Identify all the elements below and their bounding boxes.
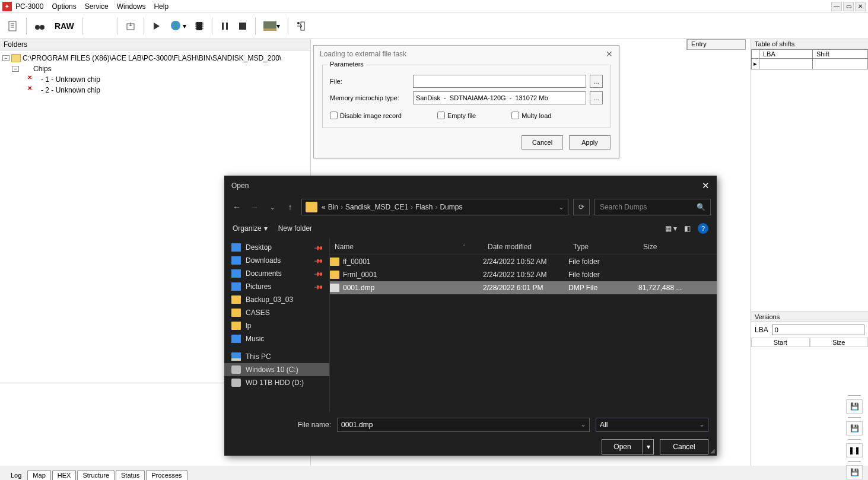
svg-rect-10 xyxy=(263,28,276,31)
tab-hex[interactable]: HEX xyxy=(52,470,77,480)
tab-map[interactable]: Map xyxy=(27,470,50,480)
new-folder-button[interactable]: New folder xyxy=(278,224,312,233)
view-icon[interactable]: ▦ ▾ xyxy=(665,224,677,233)
minimize-button[interactable]: — xyxy=(831,2,842,11)
search-input[interactable]: Search Dumps 🔍 xyxy=(594,199,711,215)
menu-windows[interactable]: Windows xyxy=(117,2,146,11)
pin-icon: 📌 xyxy=(314,243,323,252)
pause-icon[interactable] xyxy=(217,17,233,35)
versions-col-size[interactable]: Size xyxy=(810,338,869,347)
stop-icon[interactable] xyxy=(235,17,250,35)
sidebar-item[interactable]: lp xyxy=(224,319,329,332)
file-row[interactable]: ff_000012/24/2022 10:52 AMFile folder xyxy=(330,255,717,268)
chip-icon[interactable] xyxy=(192,17,207,35)
sidebar-item[interactable]: Desktop📌 xyxy=(224,241,329,254)
open-button[interactable]: Open xyxy=(602,439,643,454)
up-icon[interactable]: ↑ xyxy=(284,202,297,212)
drive-icon xyxy=(231,365,241,374)
maximize-button[interactable]: ▭ xyxy=(843,2,854,11)
filter-select[interactable] xyxy=(596,418,708,432)
close-button[interactable]: ✕ xyxy=(855,2,866,11)
shifts-col-lba[interactable]: LBA xyxy=(759,50,813,59)
tree-chip-1[interactable]: ✕ - 1 - Unknown chip xyxy=(2,74,308,85)
sidebar-item[interactable]: Pictures📌 xyxy=(224,280,329,293)
save-disk-icon[interactable]: 💾 xyxy=(846,399,863,414)
back-icon[interactable]: ← xyxy=(230,202,243,212)
folder-icon xyxy=(306,202,317,212)
menu-help[interactable]: Help xyxy=(154,2,168,11)
loading-dialog-close-icon[interactable]: ✕ xyxy=(606,49,613,59)
sidebar-item[interactable]: Music xyxy=(224,332,329,345)
open-dialog-title: Open xyxy=(231,182,249,190)
refresh-icon[interactable]: ⟳ xyxy=(573,199,590,215)
mem-type-input[interactable] xyxy=(413,91,586,104)
file-browse-button[interactable]: … xyxy=(590,75,603,88)
save-disk-icon-2[interactable]: 💾 xyxy=(846,421,863,436)
file-row[interactable]: 0001.dmp2/28/2022 6:01 PMDMP File81,727,… xyxy=(330,281,717,294)
col-type[interactable]: Type xyxy=(568,243,638,251)
tree-root[interactable]: − C:\PROGRAM FILES (X86)\ACE LAB\PC-3000… xyxy=(2,53,308,63)
versions-header: Versions xyxy=(751,312,868,322)
tree-chip-2[interactable]: ✕ - 2 - Unknown chip xyxy=(2,85,308,96)
folder-open-icon xyxy=(11,54,21,62)
menu-service[interactable]: Service xyxy=(85,2,109,11)
exit-icon[interactable] xyxy=(293,17,309,35)
sidebar-item[interactable]: WD 1TB HDD (D:) xyxy=(224,376,329,389)
image-tool-icon[interactable]: ▾ xyxy=(260,17,283,35)
recent-dropdown-icon[interactable]: ⌄ xyxy=(266,204,279,211)
shifts-col-shift[interactable]: Shift xyxy=(812,50,867,59)
main-toolbar: RAW ▾ ▾ xyxy=(0,13,868,39)
multy-load-checkbox[interactable]: Multy load xyxy=(511,112,551,119)
play-icon[interactable] xyxy=(149,17,164,35)
globe-icon[interactable]: ▾ xyxy=(167,17,189,35)
raw-button[interactable]: RAW xyxy=(50,17,77,35)
shifts-row[interactable]: ▸ xyxy=(752,59,868,69)
col-date[interactable]: Date modified xyxy=(483,243,568,251)
versions-lba-label: LBA xyxy=(755,326,768,334)
versions-col-start[interactable]: Start xyxy=(751,338,810,347)
tab-log[interactable]: Log xyxy=(6,471,26,480)
mem-type-label: Memory microchip type: xyxy=(330,94,413,101)
open-dropdown-icon[interactable]: ▾ xyxy=(643,439,654,454)
tree-chips[interactable]: − Chips xyxy=(2,63,308,74)
sidebar-item[interactable]: Documents📌 xyxy=(224,267,329,280)
open-dialog-close-icon[interactable]: ✕ xyxy=(702,180,710,191)
empty-file-checkbox[interactable]: Empty file xyxy=(437,112,476,119)
resize-grip-icon[interactable]: ◢ xyxy=(710,447,715,454)
disable-image-checkbox[interactable]: Disable image record xyxy=(330,112,402,119)
versions-lba-input[interactable] xyxy=(772,325,864,335)
loading-cancel-button[interactable]: Cancel xyxy=(522,135,563,150)
open-cancel-button[interactable]: Cancel xyxy=(660,439,708,454)
breadcrumb[interactable]: « Bin› Sandisk_MSD_CE1› Flash› Dumps ⌄ xyxy=(301,199,568,215)
file-input[interactable] xyxy=(413,75,586,88)
svg-rect-5 xyxy=(196,22,202,30)
save-disk-icon-3[interactable]: 💾 xyxy=(846,465,863,479)
binoculars-icon[interactable] xyxy=(31,17,48,35)
forward-icon[interactable]: → xyxy=(248,202,261,212)
parameters-label: Parameters xyxy=(328,61,366,68)
tool-doc-icon[interactable] xyxy=(5,17,21,35)
menu-options[interactable]: Options xyxy=(52,2,76,11)
pause-small-icon[interactable]: ❚❚ xyxy=(846,443,863,457)
sidebar-item[interactable]: Backup_03_03 xyxy=(224,293,329,306)
export-icon[interactable] xyxy=(122,17,139,35)
sidebar-item[interactable]: CASES xyxy=(224,306,329,319)
help-icon[interactable]: ? xyxy=(698,223,708,234)
tab-status[interactable]: Status xyxy=(116,470,145,480)
sidebar-item[interactable]: Windows 10 (C:) xyxy=(224,363,329,376)
app-icon: ✦ xyxy=(2,2,12,11)
mem-browse-button[interactable]: … xyxy=(590,91,603,104)
preview-pane-icon[interactable]: ◧ xyxy=(684,224,691,233)
filename-input[interactable] xyxy=(337,418,590,432)
loading-apply-button[interactable]: Apply xyxy=(569,135,611,150)
svg-point-2 xyxy=(40,25,44,30)
sidebar-item[interactable]: This PC xyxy=(224,350,329,363)
col-size[interactable]: Size xyxy=(638,243,698,251)
col-name[interactable]: Name⌃ xyxy=(330,243,483,251)
file-row[interactable]: Frml_00012/24/2022 10:52 AMFile folder xyxy=(330,268,717,281)
blue-icon xyxy=(231,256,241,265)
tab-processes[interactable]: Processes xyxy=(146,470,187,480)
sidebar-item[interactable]: Downloads📌 xyxy=(224,254,329,267)
organize-dropdown[interactable]: Organize ▾ xyxy=(233,224,268,233)
tab-structure[interactable]: Structure xyxy=(77,470,115,480)
